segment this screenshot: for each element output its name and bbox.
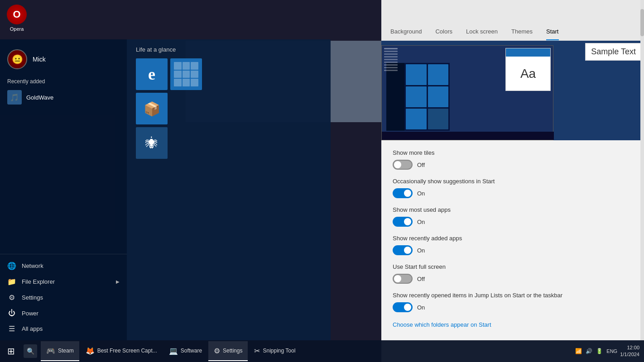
toggle-thumb [404, 304, 411, 311]
sidebar-item-all-apps[interactable]: ☰ All apps [0, 321, 127, 337]
start-left-preview [386, 63, 404, 131]
sidebar-item-file-explorer[interactable]: 📁 File Explorer ▶ [0, 274, 127, 290]
start-menu-tiles-panel: Life at a glance e [127, 39, 331, 340]
sidebar-item-settings[interactable]: ⚙ Settings [0, 290, 127, 305]
edge-letter: e [148, 65, 155, 84]
tiles-row: e [136, 58, 322, 90]
taskbar-app-label: Best Free Screen Capt... [97, 348, 157, 354]
avatar: 😐 [7, 49, 27, 69]
volume-icon[interactable]: 🔊 [586, 348, 592, 354]
toggle-thumb [394, 275, 401, 282]
scrollbar-thumb[interactable] [640, 9, 644, 36]
sidebar-item-label: Settings [22, 294, 43, 301]
taskbar-app-software[interactable]: 💻 Software [163, 341, 207, 361]
folder-icon: 📁 [7, 277, 16, 286]
tile-edge[interactable]: e [136, 58, 168, 90]
toggle-thumb [404, 218, 411, 225]
user-area[interactable]: 😐 Mick [0, 44, 127, 75]
toggle-control-most-used: On [393, 217, 633, 227]
tiles-section-label: Life at a glance [136, 46, 322, 53]
opera-desktop-icon[interactable]: O Opera [7, 5, 27, 32]
tab-themes[interactable]: Themes [511, 24, 533, 40]
scissors-icon: ✂ [254, 347, 260, 355]
font-preview-text: Aa [506, 57, 550, 90]
list-item[interactable]: 🎵 GoldWave [0, 87, 127, 107]
setting-label-recently-added: Show recently added apps [393, 235, 633, 242]
gear-icon: ⚙ [7, 293, 16, 302]
setting-recently-added: Show recently added apps On [393, 235, 633, 255]
sidebar-item-network[interactable]: 🌐 Network [0, 258, 127, 274]
setting-label-suggestions: Occasionally show suggestions in Start [393, 178, 633, 185]
setting-full-screen: Use Start full screen Off [393, 263, 633, 284]
power-icon: ⏻ [7, 309, 16, 317]
settings-panel: Background Colors Lock screen Themes Sta… [381, 0, 644, 362]
toggle-suggestions[interactable] [393, 188, 413, 198]
choose-folders-link[interactable]: Choose which folders appear on Start [393, 321, 491, 328]
tab-start[interactable]: Start [546, 24, 558, 40]
toggle-control-jump-lists: On [393, 302, 633, 312]
toggle-full-screen[interactable] [393, 274, 413, 284]
opera-label: Opera [10, 26, 24, 32]
start-bottom-nav: 🌐 Network 📁 File Explorer ▶ ⚙ Settings ⏻… [0, 254, 127, 340]
setting-label-full-screen: Use Start full screen [393, 263, 633, 270]
tab-lock-screen[interactable]: Lock screen [466, 24, 498, 40]
scrollbar-track[interactable] [640, 0, 644, 362]
taskbar-app-label: Settings [223, 348, 242, 354]
chevron-right-icon: ▶ [116, 279, 120, 284]
network-icon: 🌐 [7, 262, 16, 270]
tile-calculator[interactable] [170, 58, 202, 90]
toggle-state-recently-added: On [417, 247, 425, 254]
toggle-show-more-tiles[interactable] [393, 160, 413, 170]
network-tray-icon[interactable]: 📶 [575, 348, 582, 354]
tiles-row: 🕷 [136, 127, 322, 159]
tab-background[interactable]: Background [390, 24, 422, 40]
start-button[interactable]: ⊞ [0, 340, 22, 362]
setting-jump-lists: Show recently opened items in Jump Lists… [393, 292, 633, 312]
language-icon: ENG [606, 348, 617, 354]
tiles-grid: e 📦 🕷 [136, 58, 322, 159]
user-name: Mick [33, 56, 46, 63]
setting-most-used: Show most used apps On [393, 206, 633, 227]
time-display: 12:00 [620, 344, 639, 351]
systray-icons: 📶 🔊 🔋 ENG [575, 348, 617, 354]
app-name: GoldWave [26, 94, 53, 101]
setting-label-most-used: Show most used apps [393, 206, 633, 213]
tile-3d-viewer[interactable]: 📦 [136, 93, 168, 124]
taskbar-app-label: Snipping Tool [263, 348, 295, 354]
toggle-state-full-screen: Off [417, 276, 425, 282]
toggle-recently-added[interactable] [393, 245, 413, 255]
toggle-control-show-more-tiles: Off [393, 160, 633, 170]
toggle-control-recently-added: On [393, 245, 633, 255]
system-tray: 📶 🔊 🔋 ENG 12:00 1/1/2024 [575, 344, 644, 358]
taskbar-app-snipping[interactable]: ✂ Snipping Tool [249, 341, 301, 361]
taskbar-app-screen-capture[interactable]: 🦊 Best Free Screen Capt... [80, 341, 163, 361]
toggle-jump-lists[interactable] [393, 302, 413, 312]
toggle-control-full-screen: Off [393, 274, 633, 284]
taskbar-app-steam[interactable]: 🎮 Steam [41, 341, 79, 361]
toggle-thumb [404, 247, 411, 254]
clock[interactable]: 12:00 1/1/2024 [620, 344, 639, 358]
goldwave-icon: 🎵 [7, 90, 22, 105]
setting-show-suggestions: Occasionally show suggestions in Start O… [393, 178, 633, 198]
cortana-search-button[interactable]: 🔍 [24, 344, 37, 358]
sample-text-overlay: Sample Text [585, 43, 642, 61]
taskbar-app-label: Steam [58, 348, 74, 354]
taskbar-app-settings[interactable]: ⚙ Settings [208, 341, 248, 361]
setting-label-jump-lists: Show recently opened items in Jump Lists… [393, 292, 633, 299]
toggle-most-used[interactable] [393, 217, 413, 227]
toggle-thumb [404, 190, 411, 197]
sidebar-item-label: All apps [22, 325, 43, 332]
desktop-preview: Aa [381, 45, 553, 140]
settings-preview-area: Aa Sample Text [381, 41, 644, 140]
setting-show-more-tiles: Show more tiles Off [393, 149, 633, 170]
toggle-control-suggestions: On [393, 188, 633, 198]
tiles-row: 📦 [136, 93, 322, 124]
recently-added-label: Recently added [0, 75, 127, 87]
steam-icon: 🎮 [46, 347, 55, 355]
sidebar-item-power[interactable]: ⏻ Power [0, 305, 127, 321]
tile-spider[interactable]: 🕷 [136, 127, 168, 159]
cube-icon: 📦 [144, 101, 160, 117]
battery-icon[interactable]: 🔋 [596, 348, 603, 354]
opera-icon: O [7, 5, 27, 24]
tab-colors[interactable]: Colors [435, 24, 452, 40]
